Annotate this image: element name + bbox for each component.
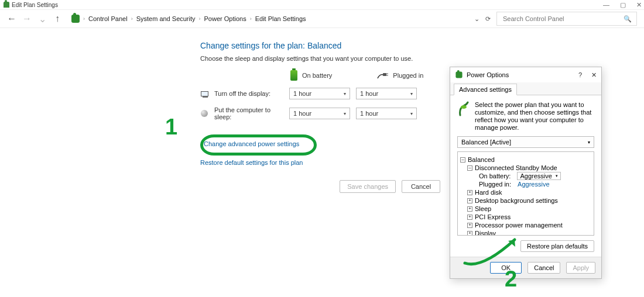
breadcrumb-edit-plan[interactable]: Edit Plan Settings — [255, 15, 306, 22]
dialog-icon — [455, 71, 462, 78]
breadcrumb-control-panel[interactable]: Control Panel — [88, 15, 128, 22]
page-subtitle: Choose the sleep and display settings th… — [200, 55, 644, 62]
expand-icon[interactable]: + — [467, 206, 472, 212]
settings-tree[interactable]: –Balanced –Disconnected Standby Mode On … — [457, 151, 594, 236]
power-plan-icon — [457, 101, 470, 116]
tree-sleep[interactable]: Sleep — [475, 205, 491, 213]
close-button[interactable]: ✕ — [636, 2, 642, 8]
sleep-on-battery-dropdown[interactable]: 1 hour▾ — [289, 108, 350, 119]
plug-icon — [376, 71, 388, 80]
expand-icon[interactable]: + — [467, 198, 472, 203]
col-on-battery: On battery — [302, 72, 332, 79]
tree-hard-disk[interactable]: Hard disk — [475, 188, 502, 196]
search-box[interactable]: 🔍 — [496, 12, 637, 26]
pluggedin-label: Plugged in: — [479, 180, 511, 188]
search-input[interactable] — [502, 15, 624, 23]
col-plugged-in: Plugged in — [393, 72, 423, 79]
dialog-title-bar: Power Options ? ✕ — [450, 67, 601, 82]
forward-button[interactable]: → — [22, 14, 32, 23]
restore-plan-defaults-button[interactable]: Restore plan defaults — [520, 240, 594, 252]
pluggedin-value-link[interactable]: Aggressive — [518, 180, 549, 188]
onbattery-label: On battery: — [479, 172, 511, 180]
app-icon — [4, 2, 9, 8]
dialog-close-button[interactable]: ✕ — [591, 71, 597, 79]
tree-pci-express[interactable]: PCI Express — [475, 213, 511, 221]
location-icon — [71, 15, 80, 23]
collapse-icon[interactable]: – — [467, 165, 472, 171]
change-advanced-link[interactable]: Change advanced power settings — [204, 140, 299, 147]
tree-desktop-bg[interactable]: Desktop background settings — [475, 196, 558, 205]
tree-standby-mode[interactable]: Disconnected Standby Mode — [475, 164, 557, 172]
expand-icon[interactable]: + — [467, 215, 472, 220]
onbattery-value-dropdown[interactable]: Aggressive▾ — [517, 172, 560, 180]
moon-icon — [201, 110, 208, 117]
collapse-icon[interactable]: – — [460, 157, 465, 163]
dialog-cancel-button[interactable]: Cancel — [527, 262, 560, 274]
svg-point-3 — [461, 105, 467, 109]
expand-icon[interactable]: + — [467, 223, 472, 228]
address-bar: ← → ⌄ ↑ › Control Panel › System and Sec… — [0, 9, 644, 28]
history-dropdown[interactable]: ⌄ — [37, 14, 47, 23]
tree-balanced[interactable]: Balanced — [468, 156, 495, 164]
display-plugged-in-dropdown[interactable]: 1 hour▾ — [356, 88, 417, 99]
svg-rect-0 — [383, 73, 386, 76]
annotation-number-2: 2 — [505, 267, 517, 292]
up-button[interactable]: ↑ — [53, 14, 62, 23]
dialog-intro-text: Select the power plan that you want to c… — [475, 101, 594, 132]
expand-icon[interactable]: + — [467, 231, 472, 236]
tree-display[interactable]: Display — [475, 229, 496, 236]
breadcrumb-power-options[interactable]: Power Options — [204, 15, 246, 22]
plan-select-dropdown[interactable]: Balanced [Active]▾ — [457, 136, 594, 148]
monitor-icon — [201, 91, 208, 96]
breadcrumb: › Control Panel › System and Security › … — [68, 15, 468, 23]
save-changes-button[interactable]: Save changes — [340, 180, 396, 193]
minimize-button[interactable]: — — [603, 2, 609, 8]
window-title: Edit Plan Settings — [12, 2, 58, 8]
dialog-title: Power Options — [467, 71, 509, 78]
address-dropdown-icon[interactable]: ⌄ — [474, 15, 479, 23]
search-icon[interactable]: 🔍 — [624, 15, 632, 23]
page-title: Change settings for the plan: Balanced — [200, 41, 644, 50]
maximize-button[interactable]: ▢ — [620, 2, 626, 8]
annotation-number-1: 1 — [165, 115, 177, 140]
back-button[interactable]: ← — [7, 14, 16, 23]
dialog-apply-button[interactable]: Apply — [566, 262, 595, 274]
battery-icon — [290, 70, 297, 81]
sleep-plugged-in-dropdown[interactable]: 1 hour▾ — [356, 108, 417, 119]
expand-icon[interactable]: + — [467, 190, 472, 195]
refresh-button[interactable]: ⟳ — [485, 15, 491, 23]
window-title-bar: Edit Plan Settings — ▢ ✕ — [0, 0, 644, 9]
tab-advanced-settings[interactable]: Advanced settings — [454, 84, 517, 95]
row-display-label: Turn off the display: — [214, 90, 283, 97]
power-options-dialog: Power Options ? ✕ Advanced settings Sele… — [450, 67, 602, 279]
tree-processor[interactable]: Processor power management — [475, 221, 563, 229]
dialog-help-button[interactable]: ? — [578, 71, 582, 79]
row-sleep-label: Put the computer to sleep: — [214, 106, 283, 120]
breadcrumb-system-security[interactable]: System and Security — [136, 15, 196, 22]
display-on-battery-dropdown[interactable]: 1 hour▾ — [289, 88, 350, 99]
cancel-button[interactable]: Cancel — [402, 180, 440, 193]
